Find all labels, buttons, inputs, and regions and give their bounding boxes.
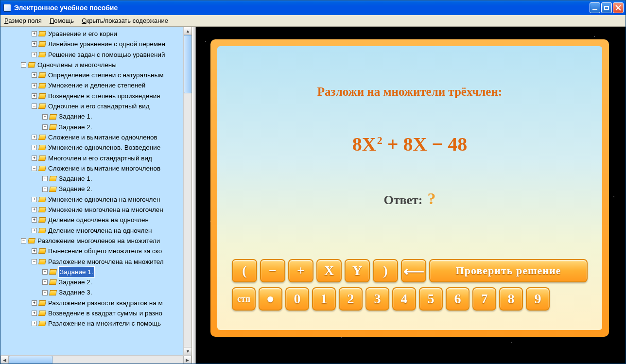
task-title: Разложи на множители трёхчлен: xyxy=(317,85,502,99)
tree-item[interactable]: −Сложение и вычитание многочленов xyxy=(0,163,191,173)
tree-item[interactable]: −Одночлены и многочлены xyxy=(0,60,191,70)
tree-item[interactable]: +Уравнение и его корни xyxy=(0,29,191,39)
key-9[interactable]: 9 xyxy=(526,287,550,311)
expand-icon[interactable]: + xyxy=(42,187,48,192)
expand-icon[interactable]: + xyxy=(32,83,37,88)
key-−[interactable]: − xyxy=(260,259,285,282)
maximize-button[interactable] xyxy=(601,2,612,13)
tree-item[interactable]: +Задание 2. xyxy=(0,122,191,132)
collapse-icon[interactable]: − xyxy=(32,104,37,109)
menu-size[interactable]: Размер поля xyxy=(4,17,42,24)
tree-item[interactable]: +Задание 2. xyxy=(0,184,191,194)
expand-icon[interactable]: + xyxy=(32,311,37,316)
expand-icon[interactable]: + xyxy=(32,31,37,36)
expand-icon[interactable]: + xyxy=(32,145,37,150)
key-stp[interactable]: стп xyxy=(232,287,256,311)
expand-icon[interactable]: + xyxy=(32,228,37,233)
key-X[interactable]: X xyxy=(316,259,342,282)
tree-item[interactable]: +Задание 1. xyxy=(0,111,191,121)
tree-item[interactable]: −Разложение многочлена на множител xyxy=(0,257,191,267)
tree-item[interactable]: −Разложение многочленов на множители xyxy=(0,236,191,246)
scroll-right-icon[interactable]: ▶ xyxy=(183,356,191,364)
expand-icon[interactable]: + xyxy=(32,41,37,47)
key-4[interactable]: 4 xyxy=(392,287,416,311)
expand-icon[interactable]: + xyxy=(32,300,37,306)
key-3[interactable]: 3 xyxy=(365,287,389,311)
book-icon xyxy=(49,124,57,130)
tree-item[interactable]: +Задание 3. xyxy=(0,287,191,297)
expand-icon[interactable]: + xyxy=(32,156,37,161)
scroll-thumb[interactable] xyxy=(184,35,191,93)
check-solution-button[interactable]: Проверить решение xyxy=(429,259,588,282)
tree-item[interactable]: +Задание 1. xyxy=(0,267,191,277)
expand-icon[interactable]: + xyxy=(32,217,37,223)
expand-icon[interactable]: + xyxy=(32,52,37,57)
tree-item[interactable]: +Возведение в степень произведения xyxy=(0,91,191,101)
tree-item[interactable]: +Линейное уравнение с одной перемен xyxy=(0,39,191,49)
tree-item[interactable]: +Вынесение общего множителя за ско xyxy=(0,246,191,256)
tree-item[interactable]: +Умножение одночленов. Возведение xyxy=(0,142,191,153)
expand-icon[interactable]: + xyxy=(42,114,48,120)
key-8[interactable]: 8 xyxy=(499,287,523,311)
key-([interactable]: ( xyxy=(232,259,257,282)
tree-item[interactable]: +Решение задач с помощью уравнений xyxy=(0,50,191,60)
tree-item[interactable]: +Разложение на множители с помощь xyxy=(0,318,191,329)
tree-item[interactable]: +Задание 2. xyxy=(0,277,191,287)
toc-hscroll[interactable]: ◀ ▶ xyxy=(0,355,191,364)
key-7[interactable]: 7 xyxy=(472,287,496,311)
toc-vscroll[interactable]: ▲ ▼ xyxy=(183,27,191,355)
scroll-left-icon[interactable]: ◀ xyxy=(0,356,9,364)
key-)[interactable]: ) xyxy=(373,259,398,282)
tree-item-label: Возведение в квадрат суммы и разно xyxy=(48,308,162,318)
collapse-icon[interactable]: − xyxy=(32,259,37,264)
hscroll-thumb[interactable] xyxy=(9,356,52,364)
minimize-button[interactable] xyxy=(590,2,600,13)
close-button[interactable] xyxy=(613,2,624,13)
expand-icon[interactable]: + xyxy=(42,279,48,285)
tree-item[interactable]: +Деление одночлена на одночлен xyxy=(0,215,191,225)
tree-item[interactable]: +Умножение многочлена на многочлен xyxy=(0,205,191,215)
expand-icon[interactable]: + xyxy=(42,269,48,275)
tree-item[interactable]: +Разложение разности квадратов на м xyxy=(0,298,191,308)
key-5[interactable]: 5 xyxy=(419,287,443,311)
splitter[interactable] xyxy=(192,27,196,364)
tree-item[interactable]: +Деление многочлена на одночлен xyxy=(0,225,191,236)
expand-icon[interactable]: + xyxy=(32,72,37,78)
tree-item[interactable]: +Сложение и вычитание одночленов xyxy=(0,132,191,142)
collapse-icon[interactable]: − xyxy=(21,62,26,68)
collapse-icon[interactable]: − xyxy=(32,166,37,171)
tree-item[interactable]: +Задание 1. xyxy=(0,173,191,184)
key-backspace[interactable]: ⟵ xyxy=(401,259,426,282)
scroll-up-icon[interactable]: ▲ xyxy=(184,27,191,35)
tree-item[interactable]: +Умножение одночлена на многочлен xyxy=(0,194,191,205)
tree-item[interactable]: +Определение степени с натуральным xyxy=(0,70,191,80)
tree-item[interactable]: +Возведение в квадрат суммы и разно xyxy=(0,308,191,318)
book-icon xyxy=(38,145,46,150)
key-6[interactable]: 6 xyxy=(446,287,470,311)
expand-icon[interactable]: + xyxy=(32,321,37,326)
key-Y[interactable]: Y xyxy=(345,259,370,282)
key-dot[interactable]: ● xyxy=(259,287,282,311)
key-+[interactable]: + xyxy=(288,259,313,282)
tree-item[interactable]: +Многочлен и его стандартный вид xyxy=(0,153,191,163)
expand-icon[interactable]: + xyxy=(32,197,37,202)
expand-icon[interactable]: + xyxy=(32,135,37,140)
expand-icon[interactable]: + xyxy=(42,124,48,130)
key-2[interactable]: 2 xyxy=(339,287,363,311)
expand-icon[interactable]: + xyxy=(32,207,37,212)
tree-item[interactable]: −Одночлен и его стандартный вид xyxy=(0,101,191,111)
tree-item-label: Сложение и вычитание одночленов xyxy=(48,132,157,142)
expand-icon[interactable]: + xyxy=(42,176,48,181)
key-0[interactable]: 0 xyxy=(285,287,309,311)
tree-item-label: Умножение и деление степеней xyxy=(48,80,145,90)
expand-icon[interactable]: + xyxy=(32,248,37,254)
expand-icon[interactable]: + xyxy=(32,93,37,99)
expand-icon[interactable]: + xyxy=(42,290,48,295)
menu-toggle-toc[interactable]: Скрыть/показать содержание xyxy=(82,17,168,24)
key-1[interactable]: 1 xyxy=(312,287,336,311)
tree-item-label: Задание 1. xyxy=(59,111,92,121)
collapse-icon[interactable]: − xyxy=(21,238,26,243)
tree-item[interactable]: +Умножение и деление степеней xyxy=(0,80,191,90)
scroll-down-icon[interactable]: ▼ xyxy=(184,347,191,355)
menu-help[interactable]: Помощь xyxy=(50,17,74,24)
